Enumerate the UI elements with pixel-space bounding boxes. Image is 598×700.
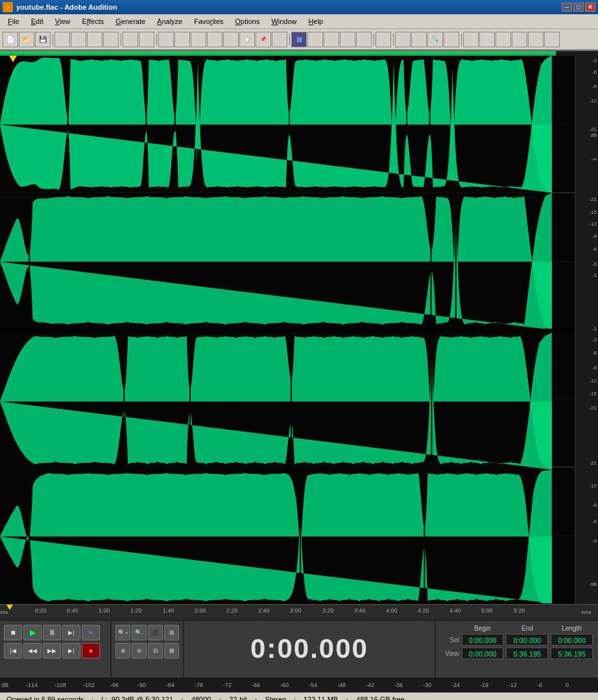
toolbar-btn17[interactable]: ⊕ — [272, 32, 287, 47]
svg-rect-40 — [0, 329, 575, 332]
toolbar-btn32[interactable]: ⊠ — [528, 32, 544, 47]
toolbar-undo[interactable]: ↩ — [123, 32, 138, 47]
toolbar-btn16[interactable]: 📌 — [256, 32, 271, 47]
window-controls: ─ □ ✕ — [562, 3, 595, 12]
zoom-out-h-button[interactable]: 🔍- — [132, 625, 147, 640]
toolbar-btn22[interactable]: ⊠ — [356, 32, 372, 47]
transport-row2: |◀ ◀◀ ▶▶ ▶| ● — [4, 643, 106, 659]
menu-effects[interactable]: Effects — [77, 15, 110, 28]
toolbar-btn18[interactable]: ▦ — [291, 32, 307, 47]
record-button[interactable]: ● — [82, 643, 100, 659]
menu-favorites[interactable]: Favorites — [189, 15, 228, 28]
toolbar-new[interactable]: 📄 — [3, 32, 18, 47]
transport-section: ■ ▶ ⏸ ▶| ∞ |◀ ◀◀ ▶▶ ▶| ● — [0, 621, 110, 677]
zoom-out-v-button[interactable]: ⊖ — [132, 643, 147, 659]
toolbar-btn5[interactable]: ⊞ — [71, 32, 86, 47]
fast-forward-button[interactable]: ▶▶ — [43, 643, 61, 659]
toolbar-btn15[interactable]: 📋 — [239, 32, 255, 47]
transport-row1: ■ ▶ ⏸ ▶| ∞ — [4, 625, 106, 640]
toolbar-btn24[interactable]: ▤ — [395, 32, 411, 47]
zoom-sel-h-button[interactable]: ⊞ — [164, 625, 179, 640]
toolbar-btn21[interactable]: ⊞ — [340, 32, 355, 47]
vol-label-84: -84 — [166, 682, 174, 688]
db-label-ch2-4: -9 — [592, 234, 597, 239]
toolbar-btn31[interactable]: ⊟ — [512, 32, 527, 47]
sel-values-row: Sel 0:00.000 0:00.000 0:00.000 — [441, 634, 593, 646]
pause-button[interactable]: ⏸ — [43, 625, 61, 640]
sel-length-value[interactable]: 0:00.000 — [551, 634, 593, 646]
time-label-220: 2:20 — [226, 607, 238, 614]
view-begin-value[interactable]: 0:00.000 — [462, 648, 504, 659]
toolbar-btn19[interactable]: ⊞ — [307, 32, 323, 47]
zoom-full-h-button[interactable]: ⬛ — [148, 625, 163, 640]
toolbar-btn6[interactable]: ⊟ — [87, 32, 102, 47]
zoom-sel-v-button[interactable]: ⊠ — [164, 643, 179, 659]
db-label-ch4-1: -21 — [589, 461, 597, 466]
toolbar-btn20[interactable]: ⋯ — [324, 32, 339, 47]
progress-bar-container — [0, 51, 598, 56]
time-marker-triangle — [6, 605, 13, 610]
toolbar-btn23[interactable]: | — [376, 32, 391, 47]
play-button[interactable]: ▶ — [23, 625, 42, 640]
toolbar-btn14[interactable]: ✂ — [223, 32, 239, 47]
toolbar-btn13[interactable]: ⊡ — [207, 32, 222, 47]
time-label-020: 0:20 — [35, 607, 47, 614]
time-label-140: 1:40 — [163, 607, 174, 614]
length-header: Length — [551, 625, 593, 632]
toolbar-btn26[interactable]: 🔍 — [427, 32, 443, 47]
toolbar-btn10[interactable]: ⬚ — [158, 32, 174, 47]
toolbar-btn29[interactable]: ↔ — [479, 32, 495, 47]
toolbar-btn33[interactable]: ⊡ — [544, 32, 560, 47]
toolbar-btn28[interactable]: ⟿ — [463, 32, 479, 47]
vol-label-36: -36 — [394, 682, 403, 688]
toolbar-btn4[interactable]: ☐ — [54, 32, 70, 47]
menu-options[interactable]: Options — [230, 15, 265, 28]
go-end-button[interactable]: ▶| — [62, 643, 80, 659]
waveform-display[interactable] — [0, 56, 575, 604]
zoom-full-v-button[interactable]: ⊟ — [148, 643, 163, 659]
zoom-in-h-button[interactable]: 🔍+ — [115, 625, 130, 640]
menu-file[interactable]: File — [3, 15, 25, 28]
menu-window[interactable]: Window — [266, 15, 302, 28]
toolbar-btn11[interactable]: ⊞ — [174, 32, 190, 47]
db-label-ch4-5: -3 — [592, 539, 597, 544]
minimize-button[interactable]: ─ — [562, 3, 572, 12]
app-icon: ♪ — [3, 2, 13, 12]
view-end-value[interactable]: 5:36.195 — [506, 648, 548, 659]
menu-generate[interactable]: Generate — [110, 15, 150, 28]
db-label-ch2-2: -15 — [589, 210, 597, 215]
maximize-button[interactable]: □ — [573, 3, 584, 12]
close-button[interactable]: ✕ — [585, 3, 595, 12]
zoom-in-v-button[interactable]: ⊕ — [115, 643, 130, 659]
menu-help[interactable]: Help — [304, 15, 329, 28]
vol-label-72: -72 — [223, 682, 232, 688]
toolbar-btn27[interactable]: ⊞ — [444, 32, 459, 47]
play-loop-button[interactable]: ▶| — [62, 625, 80, 640]
menu-view[interactable]: View — [50, 15, 76, 28]
go-start-button[interactable]: |◀ — [4, 643, 22, 659]
menu-edit[interactable]: Edit — [26, 15, 49, 28]
toolbar-btn30[interactable]: ⊞ — [496, 32, 511, 47]
toolbar-redo[interactable]: ↪ — [139, 32, 154, 47]
toolbar-open[interactable]: 📂 — [19, 32, 34, 47]
vol-label-90: -90 — [138, 682, 146, 688]
db-label-ch4-2: -12 — [589, 484, 597, 489]
toolbar-save[interactable]: 💾 — [35, 32, 51, 47]
view-length-value[interactable]: 5:36.195 — [551, 648, 593, 659]
toolbar-btn12[interactable]: ⊠ — [191, 32, 206, 47]
db-label-ch2-6: -3 — [592, 262, 597, 267]
db-label-ch3-4: -9 — [592, 366, 597, 371]
menu-analyze[interactable]: Analyze — [152, 15, 187, 28]
loop-button[interactable]: ∞ — [82, 625, 100, 640]
rewind-button[interactable]: ◀◀ — [23, 643, 42, 659]
stop-button[interactable]: ■ — [4, 625, 22, 640]
vol-label-6: -6 — [537, 682, 542, 688]
sel-begin-value[interactable]: 0:00.000 — [462, 634, 504, 646]
volume-ruler: dB -114 -108 -102 -96 -90 -84 -78 -72 -6… — [0, 677, 598, 692]
time-ruler-inner[interactable]: 0:20 0:40 1:00 1:20 1:40 2:00 2:20 2:40 … — [6, 605, 575, 620]
toolbar-btn25[interactable]: ⊕ — [411, 32, 427, 47]
sel-label: Sel — [441, 636, 459, 644]
sel-end-value[interactable]: 0:00.000 — [506, 634, 548, 646]
toolbar-btn7[interactable]: ☷ — [103, 32, 119, 47]
time-label-240: 2:40 — [258, 607, 270, 614]
